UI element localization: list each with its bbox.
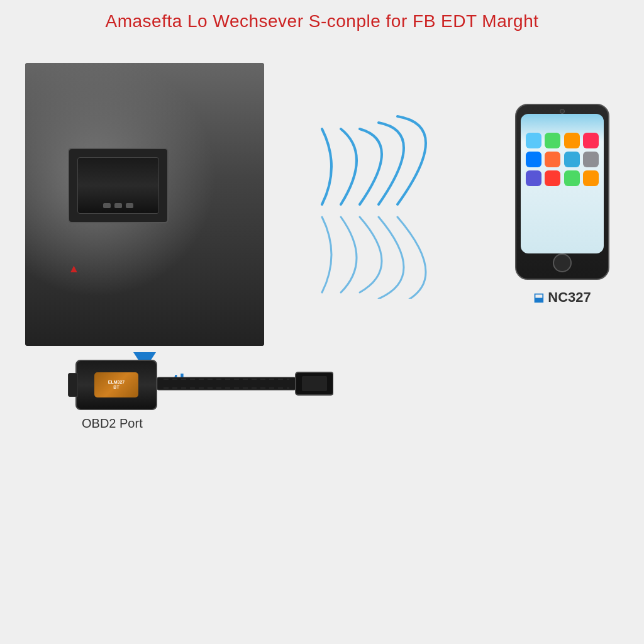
phone-container: ⬓ NC327 — [506, 104, 619, 306]
app-icon — [526, 133, 541, 148]
bluetooth-waves-svg — [303, 110, 467, 299]
phone-model-label: NC327 — [548, 289, 591, 306]
phone-home-button — [553, 253, 572, 272]
app-icon — [583, 170, 599, 186]
top-section: ▲ Bluetooth — [0, 38, 644, 365]
svg-rect-4 — [302, 376, 327, 391]
app-icon — [564, 170, 580, 186]
waves-area — [264, 44, 506, 365]
phone-label-area: ⬓ NC327 — [533, 289, 591, 306]
page-wrapper: Amasefta Lo Wechsever S-conple for FB ED… — [0, 0, 644, 644]
app-icon — [583, 152, 599, 167]
car-photo-container: ▲ Bluetooth — [25, 63, 264, 346]
obd-logo-text: ELM327BT — [108, 380, 125, 391]
cable-svg — [157, 358, 333, 409]
page-title: Amasefta Lo Wechsever S-conple for FB ED… — [13, 11, 631, 31]
app-icon — [564, 133, 580, 148]
device-ports — [103, 203, 133, 208]
title-area: Amasefta Lo Wechsever S-conple for FB ED… — [0, 0, 644, 38]
app-icon — [526, 152, 541, 167]
car-photo-bg: ▲ — [25, 63, 264, 346]
phone-body — [515, 104, 609, 280]
port-dot-3 — [126, 203, 133, 208]
app-icon — [564, 152, 580, 167]
red-indicator-arrow: ▲ — [68, 262, 79, 275]
phone-screen — [521, 114, 604, 253]
app-icon — [545, 170, 560, 186]
bluetooth-icon-small: ⬓ — [533, 291, 544, 304]
phone-icons-grid — [521, 114, 604, 191]
app-icon — [545, 133, 560, 148]
car-slot — [68, 148, 169, 223]
obd-in-slot — [77, 157, 159, 214]
obd-device-row: ELM327BT — [75, 358, 333, 411]
obd-port-label: OBD2 Port — [82, 416, 143, 431]
phone-camera — [560, 109, 565, 114]
port-dot-2 — [114, 203, 122, 208]
port-dot-1 — [103, 203, 111, 208]
app-icon — [545, 152, 560, 167]
app-icon — [526, 170, 541, 186]
cable-section — [157, 358, 333, 411]
obd-section: ELM327BT — [75, 358, 333, 431]
obd-device-body: ELM327BT — [75, 360, 157, 410]
bottom-image-area: ELM327BT — [0, 358, 644, 431]
app-icon — [583, 133, 599, 148]
obd-logo: ELM327BT — [94, 372, 138, 397]
obd-left-port — [68, 373, 78, 397]
